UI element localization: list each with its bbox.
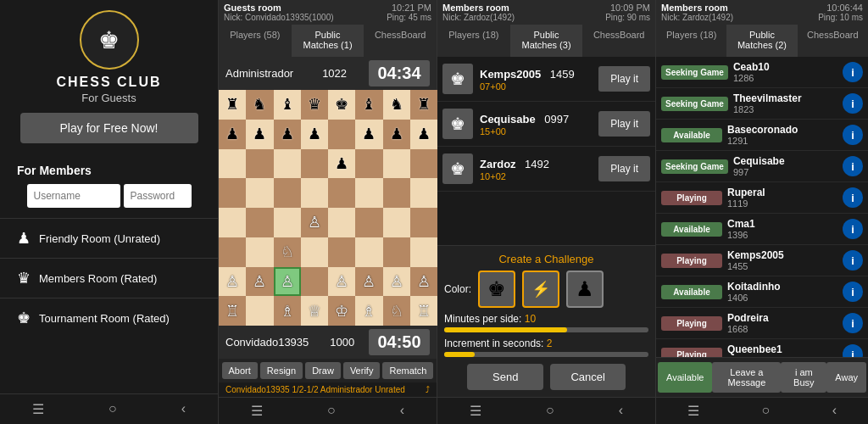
cell-2-4[interactable]: ♟ [328, 149, 355, 179]
cell-5-2[interactable]: ♘ [274, 237, 301, 267]
nav-menu-4[interactable]: ☰ [687, 403, 699, 419]
cell-2-1[interactable] [246, 149, 273, 179]
cell-2-2[interactable] [274, 149, 301, 179]
cell-1-4[interactable] [328, 120, 355, 149]
cell-5-3[interactable] [301, 237, 328, 267]
cell-0-4[interactable]: ♚ [328, 90, 355, 120]
cell-7-4[interactable]: ♔ [328, 296, 355, 326]
cell-6-7[interactable]: ♙ [410, 267, 437, 297]
color-white-button[interactable]: ♚ [478, 271, 515, 308]
tab-chessboard-4[interactable]: ChessBoard [798, 25, 868, 57]
tab-chessboard-2[interactable]: ChessBoard [364, 25, 437, 57]
cell-7-1[interactable] [246, 296, 273, 326]
info-button-3[interactable]: i [843, 156, 863, 176]
tab-public-matches-3[interactable]: PublicMatches (3) [510, 25, 583, 57]
tab-players-4[interactable]: Players (18) [656, 25, 726, 57]
tab-public-matches-2[interactable]: PublicMatches (1) [292, 25, 364, 57]
cell-0-3[interactable]: ♛ [301, 90, 328, 120]
info-button-1[interactable]: i [843, 93, 863, 114]
nav-menu-3[interactable]: ☰ [470, 403, 481, 419]
cell-6-1[interactable]: ♙ [246, 267, 273, 297]
rematch-button[interactable]: Rematch [382, 362, 433, 379]
cell-6-6[interactable]: ♙ [383, 267, 410, 297]
cell-0-2[interactable]: ♝ [274, 90, 301, 120]
cell-5-5[interactable] [355, 237, 382, 267]
nav-menu-1[interactable]: ☰ [32, 401, 44, 417]
cancel-button[interactable]: Cancel [550, 364, 625, 390]
away-button[interactable]: Away [826, 362, 866, 393]
cell-5-0[interactable] [219, 237, 246, 267]
cell-7-3[interactable]: ♕ [301, 296, 328, 326]
cell-3-3[interactable] [301, 178, 328, 208]
cell-1-1[interactable]: ♟ [246, 120, 273, 149]
send-button[interactable]: Send [467, 364, 543, 390]
username-input[interactable] [27, 184, 120, 208]
members-room-item[interactable]: ♛ Members Room (Rated) [0, 258, 218, 298]
cell-6-2[interactable]: ♙ [274, 267, 301, 297]
info-button-7[interactable]: i [843, 282, 863, 302]
cell-5-7[interactable] [410, 237, 437, 267]
cell-2-5[interactable] [355, 149, 382, 179]
resign-button[interactable]: Resign [260, 362, 303, 379]
nav-back-3[interactable]: ‹ [619, 403, 623, 419]
cell-7-7[interactable]: ♖ [410, 296, 437, 326]
cell-3-4[interactable] [328, 178, 355, 208]
cell-1-0[interactable]: ♟ [219, 120, 246, 149]
tab-players-3[interactable]: Players (18) [437, 25, 510, 57]
tab-chessboard-3[interactable]: ChessBoard [582, 25, 655, 57]
cell-7-6[interactable]: ♘ [383, 296, 410, 326]
cell-0-1[interactable]: ♞ [246, 90, 273, 120]
cell-5-6[interactable] [383, 237, 410, 267]
cell-2-0[interactable] [219, 149, 246, 179]
cell-3-5[interactable] [355, 178, 382, 208]
cell-2-6[interactable] [383, 149, 410, 179]
cell-3-2[interactable] [274, 178, 301, 208]
cell-5-1[interactable] [246, 237, 273, 267]
cell-0-0[interactable]: ♜ [219, 90, 246, 120]
info-button-0[interactable]: i [843, 62, 863, 82]
play-free-button[interactable]: Play for Free Now! [20, 113, 198, 143]
nav-home-2[interactable]: ○ [327, 403, 336, 419]
cell-1-5[interactable]: ♟ [355, 120, 382, 149]
cell-2-7[interactable] [410, 149, 437, 179]
info-button-5[interactable]: i [843, 219, 863, 239]
leave-message-button[interactable]: Leave a Message [712, 362, 781, 393]
info-button-4[interactable]: i [843, 187, 863, 208]
password-input[interactable] [124, 184, 192, 208]
cell-1-2[interactable]: ♟ [274, 120, 301, 149]
tab-players-2[interactable]: Players (58) [219, 25, 292, 57]
increment-slider-track[interactable] [444, 352, 648, 357]
info-button-8[interactable]: i [843, 313, 863, 333]
color-black-button[interactable]: ♟ [566, 271, 604, 308]
cell-6-5[interactable]: ♙ [355, 267, 382, 297]
cell-3-1[interactable] [246, 178, 273, 208]
play-button-1[interactable]: Play it [598, 66, 650, 92]
friendly-room-item[interactable]: ♟ Friendly Room (Unrated) [0, 218, 218, 258]
cell-6-3[interactable] [301, 267, 328, 297]
draw-button[interactable]: Draw [305, 362, 341, 379]
cell-7-5[interactable]: ♗ [355, 296, 382, 326]
cell-3-0[interactable] [219, 178, 246, 208]
play-button-2[interactable]: Play it [598, 111, 650, 137]
cell-4-3[interactable]: ♙ [301, 208, 328, 237]
nav-back-1[interactable]: ‹ [181, 401, 186, 417]
tournament-room-item[interactable]: ♚ Tournament Room (Rated) [0, 298, 218, 338]
color-random-button[interactable]: ⚡ [522, 271, 559, 308]
cell-4-0[interactable] [219, 208, 246, 237]
share-icon[interactable]: ⤴ [426, 385, 430, 394]
available-button[interactable]: Available [658, 362, 712, 393]
cell-0-5[interactable]: ♝ [355, 90, 382, 120]
cell-1-3[interactable]: ♟ [301, 120, 328, 149]
play-button-3[interactable]: Play it [598, 156, 650, 181]
cell-2-3[interactable] [301, 149, 328, 179]
cell-4-6[interactable] [383, 208, 410, 237]
cell-4-4[interactable] [328, 208, 355, 237]
i-am-busy-button[interactable]: i am Busy [781, 362, 826, 393]
minutes-slider-track[interactable] [444, 327, 648, 332]
cell-5-4[interactable] [328, 237, 355, 267]
cell-7-0[interactable]: ♖ [219, 296, 246, 326]
cell-0-7[interactable]: ♜ [410, 90, 437, 120]
nav-menu-2[interactable]: ☰ [251, 403, 263, 419]
cell-1-6[interactable]: ♟ [383, 120, 410, 149]
cell-4-2[interactable] [274, 208, 301, 237]
